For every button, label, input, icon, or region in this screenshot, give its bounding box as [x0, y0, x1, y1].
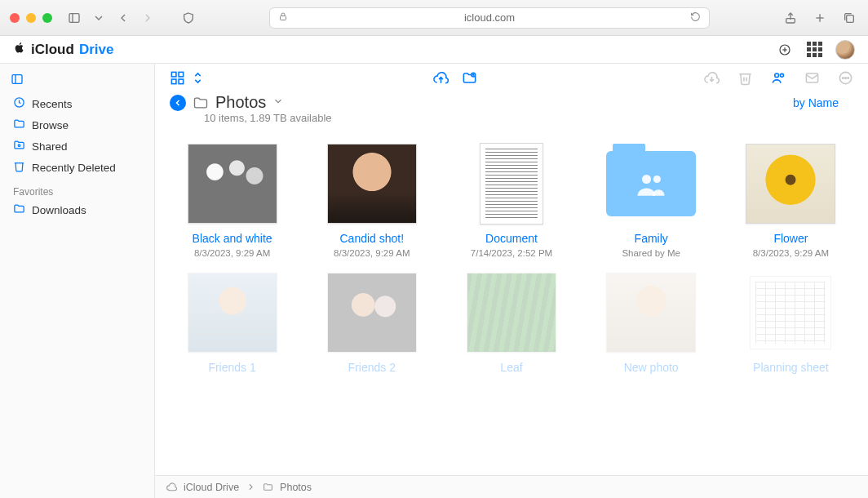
file-item[interactable]: Black and white8/3/2023, 9:29 AM: [170, 139, 294, 258]
forward-button[interactable]: [139, 9, 157, 27]
file-name: Flower: [773, 232, 808, 245]
lock-icon: [278, 11, 288, 24]
file-grid: Black and white8/3/2023, 9:29 AMCandid s…: [155, 129, 868, 498]
svg-rect-16: [171, 79, 176, 84]
reload-icon[interactable]: [690, 11, 701, 24]
clock-icon: [13, 96, 25, 111]
breadcrumb: iCloud Drive Photos: [155, 475, 868, 498]
sidebar: RecentsBrowseSharedRecently Deleted Favo…: [0, 64, 155, 498]
toolbar: [155, 64, 868, 91]
image-thumbnail: [327, 273, 417, 353]
image-thumbnail: [188, 144, 277, 224]
file-name: Document: [485, 232, 538, 245]
tabs-icon[interactable]: [840, 9, 858, 27]
sidebar-collapse-icon[interactable]: [8, 70, 26, 88]
new-folder-icon[interactable]: [462, 70, 477, 86]
more-icon[interactable]: [838, 70, 853, 86]
favorites-heading: Favorites: [13, 186, 141, 198]
brand[interactable]: iCloud Drive: [13, 41, 113, 58]
minimize-window-button[interactable]: [26, 13, 36, 23]
url-text: icloud.com: [464, 11, 515, 24]
chevron-right-icon: [246, 482, 256, 492]
svg-point-30: [642, 175, 651, 184]
brand-icloud-text: iCloud: [31, 42, 74, 58]
svg-point-24: [780, 73, 783, 77]
shield-icon[interactable]: [179, 9, 197, 27]
file-name: New photo: [624, 361, 679, 374]
file-item[interactable]: Planning sheet: [728, 268, 853, 377]
file-item[interactable]: Candid shot!8/3/2023, 9:29 AM: [309, 139, 434, 258]
image-thumbnail: [467, 273, 556, 353]
file-name: Leaf: [500, 361, 522, 374]
file-item[interactable]: FamilyShared by Me: [589, 139, 714, 258]
folder-icon: [263, 482, 273, 492]
view-sort-chevrons-icon[interactable]: [190, 70, 206, 86]
back-to-parent-button[interactable]: [170, 95, 186, 111]
svg-point-28: [845, 77, 847, 78]
svg-point-31: [653, 176, 661, 183]
delete-icon[interactable]: [737, 70, 753, 86]
image-thumbnail: [606, 273, 696, 353]
sidebar-item-label: Downloads: [32, 204, 86, 216]
chevron-down-icon[interactable]: [90, 9, 108, 27]
svg-point-27: [843, 77, 844, 78]
add-icon[interactable]: [776, 41, 794, 59]
folder-icon: [13, 118, 25, 132]
sidebar-item-downloads[interactable]: Downloads: [8, 199, 146, 220]
file-meta: Shared by Me: [622, 248, 680, 258]
location-bar: Photos by Name: [155, 91, 868, 112]
file-meta: 8/3/2023, 9:29 AM: [194, 248, 270, 258]
avatar[interactable]: [835, 40, 855, 60]
collaborate-icon[interactable]: [771, 70, 786, 86]
file-item[interactable]: Leaf: [449, 268, 574, 377]
svg-rect-17: [179, 79, 184, 84]
location-chevron-icon[interactable]: [272, 96, 284, 110]
close-window-button[interactable]: [10, 13, 20, 23]
svg-rect-0: [69, 13, 79, 22]
sidebar-item-recents[interactable]: Recents: [8, 93, 146, 114]
maximize-window-button[interactable]: [42, 13, 52, 23]
upload-icon[interactable]: [433, 70, 449, 86]
sidebar-item-shared[interactable]: Shared: [8, 136, 146, 157]
apple-logo-icon: [13, 41, 26, 58]
new-tab-icon[interactable]: [811, 9, 829, 27]
file-item[interactable]: Flower8/3/2023, 9:29 AM: [728, 139, 853, 258]
sort-button[interactable]: by Name: [793, 96, 839, 109]
folder-icon: [193, 95, 209, 111]
file-meta: 8/3/2023, 9:29 AM: [334, 248, 410, 258]
apps-grid-icon[interactable]: [807, 42, 822, 57]
svg-point-29: [848, 77, 849, 78]
location-subtitle: 10 items, 1.89 TB available: [155, 112, 868, 129]
content-area: Photos by Name 10 items, 1.89 TB availab…: [155, 64, 868, 498]
file-item[interactable]: Document7/14/2023, 2:52 PM: [449, 139, 574, 258]
brand-drive-text: Drive: [79, 42, 114, 58]
image-thumbnail: [327, 144, 417, 224]
svg-rect-15: [179, 72, 184, 77]
cloud-icon: [166, 482, 177, 492]
file-item[interactable]: Friends 2: [309, 268, 434, 377]
download-icon[interactable]: [704, 70, 720, 86]
file-item[interactable]: Friends 1: [170, 268, 294, 377]
svg-rect-2: [281, 16, 286, 20]
sidebar-item-label: Shared: [32, 140, 68, 153]
sidebar-toggle-icon[interactable]: [65, 9, 83, 27]
location-title: Photos: [215, 93, 266, 112]
back-button[interactable]: [114, 9, 132, 27]
view-icons-button[interactable]: [170, 70, 185, 86]
sidebar-item-recently-deleted[interactable]: Recently Deleted: [8, 157, 146, 178]
breadcrumb-root[interactable]: iCloud Drive: [184, 482, 239, 493]
trash-icon: [13, 160, 25, 175]
breadcrumb-current[interactable]: Photos: [280, 482, 312, 493]
file-item[interactable]: New photo: [589, 268, 714, 377]
email-icon[interactable]: [804, 70, 820, 86]
file-name: Black and white: [193, 232, 272, 245]
sidebar-item-label: Recently Deleted: [32, 162, 116, 174]
address-bar[interactable]: icloud.com: [269, 7, 710, 29]
file-meta: 8/3/2023, 9:29 AM: [753, 248, 829, 258]
folder-icon: [13, 202, 25, 217]
shared-icon: [13, 139, 25, 153]
svg-point-23: [775, 73, 779, 77]
share-icon[interactable]: [782, 9, 799, 27]
sidebar-item-browse[interactable]: Browse: [8, 114, 146, 136]
spreadsheet-thumbnail: [750, 276, 831, 349]
